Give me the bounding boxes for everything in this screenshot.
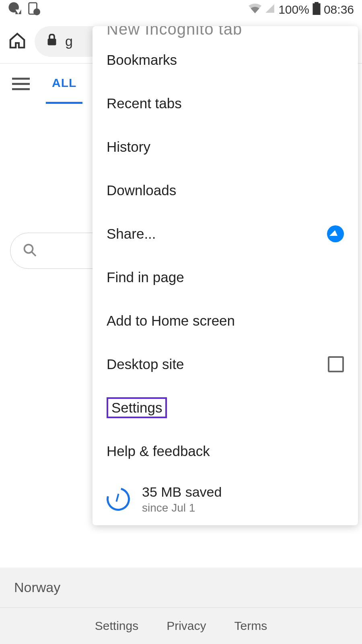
svg-point-7 bbox=[25, 245, 33, 253]
footer-link-terms[interactable]: Terms bbox=[234, 619, 267, 633]
home-icon[interactable] bbox=[8, 31, 27, 52]
footer-location: Norway bbox=[0, 568, 362, 608]
messenger-icon bbox=[327, 225, 344, 242]
menu-item-find-in-page[interactable]: Find in page bbox=[93, 256, 358, 299]
status-bar: 100% 08:36 bbox=[0, 0, 362, 19]
svg-rect-5 bbox=[315, 2, 319, 4]
menu-item-data-saver[interactable]: 35 MB saved since Jul 1 bbox=[93, 473, 358, 525]
url-text: g bbox=[65, 33, 73, 49]
footer-links: Settings Privacy Terms bbox=[0, 608, 362, 644]
desktop-site-checkbox[interactable] bbox=[328, 356, 344, 372]
menu-item-help-feedback[interactable]: Help & feedback bbox=[93, 429, 358, 473]
menu-item-history[interactable]: History bbox=[93, 125, 358, 169]
footer: Norway Settings Privacy Terms bbox=[0, 568, 362, 644]
clock-time: 08:36 bbox=[324, 3, 354, 17]
footer-link-settings[interactable]: Settings bbox=[95, 619, 138, 633]
menu-item-new-incognito[interactable]: New Incognito tab bbox=[93, 26, 358, 38]
notification-icon bbox=[8, 2, 22, 18]
lock-icon bbox=[47, 33, 57, 49]
overflow-menu: New Incognito tab Bookmarks Recent tabs … bbox=[93, 26, 358, 525]
data-saver-subtitle: since Jul 1 bbox=[142, 502, 222, 514]
signal-icon bbox=[265, 3, 275, 17]
tab-all[interactable]: ALL bbox=[46, 64, 82, 104]
menu-item-settings[interactable]: Settings bbox=[93, 386, 358, 429]
battery-icon bbox=[313, 2, 321, 18]
data-saver-title: 35 MB saved bbox=[142, 484, 222, 500]
battery-percent: 100% bbox=[278, 3, 309, 17]
app-icon bbox=[27, 2, 40, 18]
svg-point-3 bbox=[33, 8, 40, 15]
menu-item-share[interactable]: Share... bbox=[93, 212, 358, 256]
footer-link-privacy[interactable]: Privacy bbox=[167, 619, 206, 633]
menu-item-add-to-home[interactable]: Add to Home screen bbox=[93, 299, 358, 343]
menu-item-downloads[interactable]: Downloads bbox=[93, 169, 358, 212]
search-icon bbox=[23, 243, 37, 259]
svg-line-8 bbox=[32, 252, 36, 256]
menu-item-recent-tabs[interactable]: Recent tabs bbox=[93, 82, 358, 125]
menu-item-bookmarks[interactable]: Bookmarks bbox=[93, 38, 358, 82]
gauge-icon bbox=[102, 483, 134, 515]
svg-rect-4 bbox=[313, 3, 320, 15]
menu-item-desktop-site[interactable]: Desktop site bbox=[93, 343, 358, 386]
svg-rect-6 bbox=[48, 39, 56, 45]
hamburger-icon[interactable] bbox=[12, 78, 30, 90]
wifi-icon bbox=[249, 3, 261, 17]
